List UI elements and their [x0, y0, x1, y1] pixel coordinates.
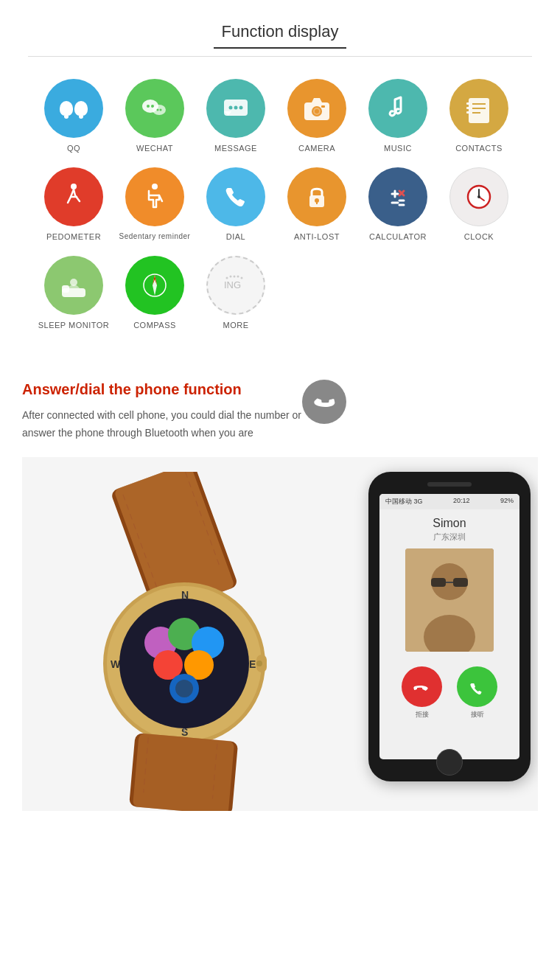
qq-icon — [60, 101, 88, 116]
message-icon — [220, 92, 252, 125]
svg-rect-19 — [466, 102, 469, 105]
func-item-pedometer: PEDOMETER — [37, 167, 111, 241]
sedentary-icon-bg — [125, 167, 184, 226]
dial-icon — [220, 181, 252, 213]
music-icon — [382, 92, 414, 125]
svg-point-71 — [175, 680, 193, 697]
compass-icon — [139, 269, 171, 302]
phone-caller-location: 广东深圳 — [379, 532, 519, 543]
func-item-compass: COMPASS — [118, 256, 192, 330]
phone-battery: 92% — [500, 497, 514, 506]
product-display: N S W E — [22, 457, 538, 811]
func-item-clock: CLOCK — [442, 167, 516, 241]
svg-point-49 — [241, 277, 243, 279]
func-item-wechat: WECHAT — [118, 79, 192, 153]
svg-rect-15 — [469, 98, 489, 123]
svg-point-46 — [230, 276, 232, 278]
answer-section: Answer/dial the phone function After con… — [0, 352, 560, 826]
decline-button[interactable] — [402, 666, 442, 707]
svg-point-23 — [152, 184, 158, 189]
func-label-sedentary: Sedentary reminder — [119, 232, 191, 240]
function-grid: QQ WECHAT MESSAGE — [0, 57, 560, 352]
answer-label: 接听 — [457, 710, 497, 720]
svg-point-48 — [237, 276, 239, 278]
svg-rect-14 — [321, 105, 325, 108]
phone-time: 20:12 — [453, 497, 470, 506]
svg-point-8 — [234, 106, 238, 110]
camera-icon-bg — [287, 79, 346, 138]
more-icon-bg: ING — [206, 256, 265, 315]
func-item-dial: DIAL — [199, 167, 273, 241]
contacts-icon — [463, 92, 495, 125]
wechat-icon-bg — [125, 79, 184, 138]
func-item-more: ING MORE — [199, 256, 273, 330]
func-item-sedentary: Sedentary reminder — [118, 167, 192, 241]
svg-rect-39 — [62, 285, 69, 293]
phone-display: 中国移动 3G 20:12 92% Simon 广东深圳 — [368, 472, 523, 789]
func-label-contacts: CONTACTS — [455, 144, 503, 153]
qq-circle-left — [60, 101, 73, 116]
svg-rect-21 — [466, 111, 469, 114]
svg-text:ING: ING — [224, 279, 241, 290]
caller-photo — [405, 548, 494, 652]
phone-call-buttons: 拒接 接听 — [379, 652, 519, 720]
phone-screen: 中国移动 3G 20:12 92% Simon 广东深圳 — [379, 494, 519, 759]
svg-point-5 — [160, 109, 162, 111]
svg-point-4 — [157, 109, 159, 111]
func-label-camera: CAMERA — [298, 144, 335, 153]
func-item-contacts: CONTACTS — [442, 79, 516, 153]
title-underline — [214, 47, 346, 49]
func-label-message: MESSAGE — [214, 144, 257, 153]
svg-rect-73 — [256, 661, 262, 666]
answer-button[interactable] — [457, 666, 497, 707]
watch-svg: N S W E — [37, 472, 317, 811]
svg-rect-20 — [466, 107, 469, 109]
func-item-sleep: SLEEP MONITOR — [37, 256, 111, 330]
func-item-camera: CAMERA — [280, 79, 354, 153]
func-label-clock: CLOCK — [464, 232, 494, 241]
func-item-message: MESSAGE — [199, 79, 273, 153]
phone-avatar — [405, 548, 494, 652]
camera-icon — [301, 92, 333, 125]
func-label-wechat: WECHAT — [136, 144, 173, 153]
func-label-music: MUSIC — [384, 144, 412, 153]
qq-icon-bg — [44, 79, 103, 138]
section-header: Function display — [0, 0, 560, 56]
phone-home-button[interactable] — [436, 749, 463, 776]
func-item-calculator: CALCULATOR — [361, 167, 435, 241]
phone-rotate-icon — [311, 389, 337, 415]
sleep-icon-bg — [44, 256, 103, 315]
qq-circle-right — [74, 101, 88, 116]
svg-rect-26 — [316, 201, 318, 204]
phone-caller-name: Simon — [379, 509, 519, 532]
func-label-compass: COMPASS — [133, 321, 176, 330]
wechat-icon — [139, 92, 171, 125]
pedometer-icon-bg — [44, 167, 103, 226]
svg-rect-82 — [431, 578, 446, 587]
func-item-music: MUSIC — [361, 79, 435, 153]
pedometer-icon — [57, 181, 90, 213]
sleep-icon — [57, 269, 90, 302]
answer-btn-container: 接听 — [457, 666, 497, 720]
func-label-qq: QQ — [67, 144, 80, 153]
calculator-icon — [382, 181, 414, 213]
svg-point-13 — [315, 109, 319, 114]
contacts-icon-bg — [449, 79, 508, 138]
answer-title: Answer/dial the phone function — [22, 381, 538, 398]
phone-icon-circle — [302, 380, 346, 424]
phone-speaker — [427, 482, 472, 487]
clock-icon-bg — [449, 167, 508, 226]
svg-point-7 — [229, 106, 233, 110]
svg-point-9 — [239, 106, 243, 110]
phone-carrier: 中国移动 3G — [385, 497, 423, 506]
svg-text:W: W — [111, 658, 121, 670]
svg-point-3 — [153, 105, 166, 115]
antilost-icon-bg — [287, 167, 346, 226]
svg-point-37 — [477, 195, 480, 198]
svg-point-1 — [147, 105, 150, 108]
func-label-dial: DIAL — [226, 232, 245, 241]
func-label-pedometer: PEDOMETER — [46, 232, 101, 241]
clock-icon — [463, 181, 495, 213]
more-icon: ING — [220, 269, 252, 302]
func-label-sleep: SLEEP MONITOR — [38, 321, 110, 330]
